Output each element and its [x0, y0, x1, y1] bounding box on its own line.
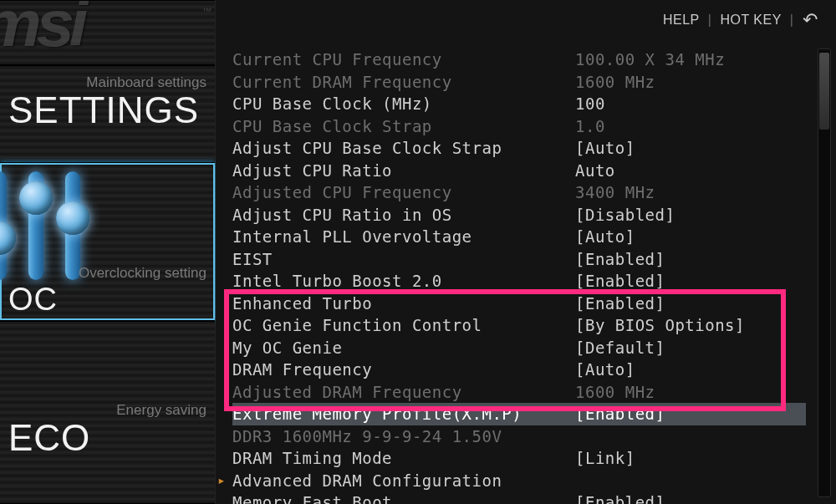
separator: | [708, 13, 712, 28]
setting-value: [Enabled] [575, 493, 806, 504]
setting-value: 1600 MHz [575, 73, 806, 91]
setting-value: 100.00 X 34 MHz [575, 50, 806, 69]
setting-label: Enhanced Turbo [232, 294, 575, 313]
setting-row[interactable]: Memory Fast Boot[Enabled] [232, 491, 806, 504]
setting-row: CPU Base Clock Strap1.0 [232, 115, 806, 138]
sidebar-item-eco[interactable]: Energy saving ECO [0, 321, 215, 504]
setting-label: Current CPU Frequency [232, 50, 575, 69]
setting-value: Auto [575, 161, 806, 180]
setting-label: DDR3 1600MHz 9-9-9-24 1.50V [232, 427, 575, 445]
brand-logo: msi [0, 0, 83, 62]
setting-label: My OC Genie [232, 339, 575, 357]
setting-value: [By BIOS Options] [575, 316, 806, 334]
brand-tm: ™ [202, 6, 212, 16]
brand-panel: msi ™ [0, 0, 215, 65]
setting-label: Adjusted CPU Frequency [232, 183, 575, 201]
setting-label: DRAM Timing Mode [232, 449, 575, 467]
setting-label: Internal PLL Overvoltage [232, 227, 575, 246]
chevron-right-icon: ▸ [217, 472, 226, 488]
setting-row[interactable]: Adjust CPU RatioAuto [232, 160, 806, 182]
sidebar-title: OC [8, 283, 58, 317]
setting-value: 3400 MHz [575, 183, 806, 201]
topbar: HELP | HOT KEY | ↶ [216, 0, 836, 40]
setting-label: Memory Fast Boot [232, 493, 575, 504]
sidebar-caption: Energy saving [8, 402, 206, 419]
setting-value: [Disabled] [575, 206, 806, 224]
setting-label: Extreme Memory Profile(X.M.P) [232, 405, 575, 423]
setting-value: [Enabled] [575, 250, 806, 268]
sidebar: msi ™ Mainboard settings SETTINGS Overcl… [0, 0, 216, 504]
setting-label: CPU Base Clock Strap [232, 117, 575, 135]
help-button[interactable]: HELP [663, 13, 700, 28]
sidebar-item-oc[interactable]: Overclocking setting OC [0, 162, 215, 321]
setting-label: OC Genie Function Control [232, 316, 575, 334]
setting-value: [Enabled] [575, 272, 806, 290]
setting-value: 100 [575, 94, 806, 113]
setting-label: Adjusted DRAM Frequency [232, 383, 575, 401]
setting-row[interactable]: EIST[Enabled] [232, 248, 806, 271]
setting-row[interactable]: ▸Advanced DRAM Configuration [232, 470, 806, 492]
sidebar-caption: Mainboard settings [8, 74, 206, 91]
setting-label: EIST [232, 250, 575, 268]
setting-row[interactable]: My OC Genie[Default] [232, 337, 806, 359]
scrollbar[interactable] [818, 48, 831, 497]
setting-row: Adjusted CPU Frequency3400 MHz [232, 181, 806, 204]
setting-label: Advanced DRAM Configuration [232, 471, 575, 490]
setting-row: DDR3 1600MHz 9-9-9-24 1.50V [232, 425, 806, 448]
sidebar-item-settings[interactable]: Mainboard settings SETTINGS [0, 65, 215, 162]
back-icon[interactable]: ↶ [803, 11, 818, 29]
settings-list: Current CPU Frequency100.00 X 34 MHzCurr… [216, 40, 836, 504]
setting-value: [Auto] [575, 360, 806, 379]
setting-row[interactable]: Enhanced Turbo[Enabled] [232, 293, 806, 315]
setting-row[interactable]: DRAM Frequency[Auto] [232, 359, 806, 381]
sidebar-title: SETTINGS [8, 91, 206, 130]
setting-label: DRAM Frequency [232, 360, 575, 379]
setting-label: Adjust CPU Base Clock Strap [232, 139, 575, 157]
setting-label: CPU Base Clock (MHz) [232, 94, 575, 113]
setting-value: 1.0 [575, 117, 806, 135]
setting-value: [Auto] [575, 139, 806, 157]
setting-row[interactable]: OC Genie Function Control[By BIOS Option… [232, 314, 806, 337]
main-panel: HELP | HOT KEY | ↶ Current CPU Frequency… [216, 0, 836, 504]
setting-label: Intel Turbo Boost 2.0 [232, 272, 575, 290]
setting-row[interactable]: Adjust CPU Ratio in OS[Disabled] [232, 204, 806, 227]
setting-row: Adjusted DRAM Frequency1600 MHz [232, 381, 806, 404]
setting-label: Current DRAM Frequency [232, 73, 575, 91]
setting-row[interactable]: CPU Base Clock (MHz)100 [232, 93, 806, 115]
scroll-thumb[interactable] [819, 53, 829, 130]
hotkey-button[interactable]: HOT KEY [720, 13, 781, 28]
setting-row[interactable]: DRAM Timing Mode[Link] [232, 447, 806, 470]
setting-label: Adjust CPU Ratio [232, 161, 575, 180]
setting-value: [Link] [575, 449, 806, 467]
separator: | [790, 13, 794, 28]
setting-row: Current DRAM Frequency1600 MHz [232, 71, 806, 94]
setting-value: [Enabled] [575, 294, 806, 313]
setting-row[interactable]: Adjust CPU Base Clock Strap[Auto] [232, 137, 806, 160]
setting-value: [Default] [575, 339, 806, 357]
setting-label: Adjust CPU Ratio in OS [232, 206, 575, 224]
setting-row[interactable]: Intel Turbo Boost 2.0[Enabled] [232, 270, 806, 293]
setting-value: [Auto] [575, 227, 806, 246]
setting-value: 1600 MHz [575, 383, 806, 401]
setting-row: Current CPU Frequency100.00 X 34 MHz [232, 48, 806, 71]
sidebar-caption: Overclocking setting [79, 265, 206, 282]
sidebar-title: ECO [8, 419, 206, 457]
setting-row[interactable]: Internal PLL Overvoltage[Auto] [232, 226, 806, 248]
setting-value: [Enabled] [575, 405, 806, 423]
setting-row[interactable]: Extreme Memory Profile(X.M.P)[Enabled] [232, 403, 806, 425]
